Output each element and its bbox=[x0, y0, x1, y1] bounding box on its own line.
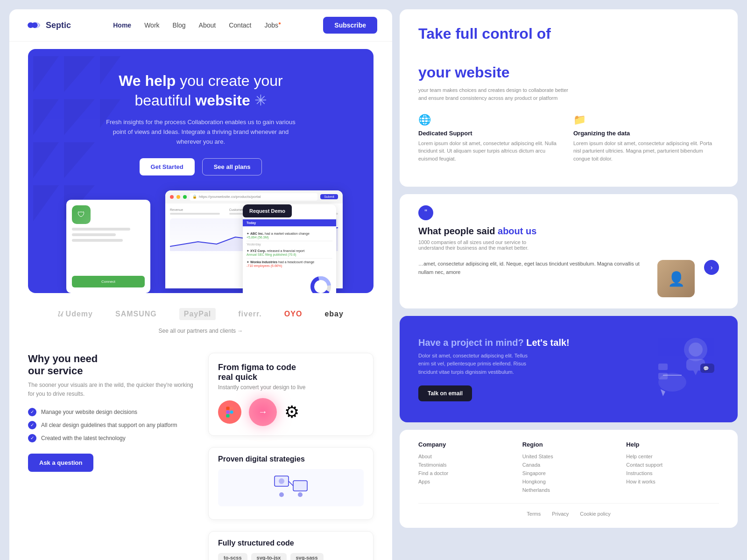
svg-rect-14 bbox=[226, 406, 229, 410]
cta-section: Have a project in mind? Let's talk! Dolo… bbox=[400, 316, 738, 422]
footer-link-doctor[interactable]: Find a doctor bbox=[418, 470, 511, 476]
hero-mockup: 🛡 Connect 🔒 https://yo bbox=[47, 190, 355, 293]
request-demo-button[interactable]: Request Demo bbox=[243, 204, 292, 217]
footer-help-title: Help bbox=[626, 441, 719, 448]
nav-about[interactable]: About bbox=[199, 21, 216, 29]
footer-help: Help Help center Contact support Instruc… bbox=[626, 441, 719, 496]
svg-marker-35 bbox=[661, 389, 665, 396]
features-grid: 🌐 Dedicated Support Lorem ipsum dolor si… bbox=[418, 114, 719, 163]
footer-link-contact-support[interactable]: Contact support bbox=[626, 462, 719, 468]
hero-content: We help you create your beautiful websit… bbox=[47, 71, 355, 175]
footer-link-about[interactable]: About bbox=[418, 454, 511, 459]
support-icon: 🌐 bbox=[418, 114, 564, 126]
partner-paypal: PayPal bbox=[179, 308, 216, 320]
testimonials-title: What people said about us bbox=[418, 226, 719, 237]
figma-title: From figma to codereal quick bbox=[218, 363, 364, 382]
get-started-button[interactable]: Get Started bbox=[140, 158, 195, 175]
nav-blog[interactable]: Blog bbox=[173, 21, 186, 29]
service-left: Why you need our service The sooner your… bbox=[28, 353, 193, 560]
hero-title: We help you create your beautiful websit… bbox=[47, 71, 355, 110]
svg-rect-31 bbox=[658, 364, 668, 370]
footer-region: Region United States Canada Singapore Ho… bbox=[522, 441, 615, 496]
talk-email-button[interactable]: Talk on email bbox=[418, 385, 472, 401]
footer-link-instructions[interactable]: Instructions bbox=[626, 470, 719, 476]
arrow-icon: → bbox=[249, 398, 277, 426]
footer-grid: Company About Testimonials Find a doctor… bbox=[418, 441, 719, 496]
footer-privacy[interactable]: Privacy bbox=[552, 511, 569, 517]
feature-support-title: Dedicated Support bbox=[418, 130, 564, 137]
footer-link-canada[interactable]: Canada bbox=[522, 462, 615, 468]
footer-link-testimonials[interactable]: Testimonials bbox=[418, 462, 511, 468]
footer-link-netherlands[interactable]: Netherlands bbox=[522, 487, 615, 493]
nav-contact[interactable]: Contact bbox=[229, 21, 251, 29]
see-all-plans-button[interactable]: See all plans bbox=[202, 158, 262, 175]
card-icon: 🛡 bbox=[72, 205, 91, 224]
partner-fiverr: fiverr. bbox=[238, 310, 262, 318]
cta-illustration: 💬 bbox=[635, 331, 719, 407]
github-icon: ⚙ bbox=[284, 402, 299, 422]
footer-cookie[interactable]: Cookie policy bbox=[580, 511, 610, 517]
footer-terms[interactable]: Terms bbox=[527, 511, 541, 517]
testimonials-section: " What people said about us 1000 compani… bbox=[400, 194, 738, 308]
figma-icons: → ⚙ bbox=[218, 398, 364, 426]
control-section: Take full control of your website your t… bbox=[400, 9, 738, 187]
testimonial-next-button[interactable]: › bbox=[704, 260, 719, 275]
see-partners-link[interactable]: See all our partners and clients → bbox=[28, 328, 374, 334]
figma-icon bbox=[218, 400, 241, 424]
code-tag-2: svg-to-jsx bbox=[251, 553, 287, 560]
code-card: Fully structured code to-scss svg-to-jsx… bbox=[208, 531, 374, 560]
partner-ebay: ebay bbox=[324, 310, 343, 318]
popup-item: ✦ Wonka Industries had a headcount chang… bbox=[247, 259, 332, 269]
check-icon: ✓ bbox=[28, 408, 36, 416]
service-desc: The sooner your visuals are in the wild,… bbox=[28, 381, 193, 399]
partner-logos: 𝓤 Udemy SAMSUNG PayPal fiverr. OYO ebay bbox=[28, 308, 374, 320]
nav-home[interactable]: Home bbox=[113, 21, 131, 29]
check-icon: ✓ bbox=[28, 434, 36, 442]
footer-region-title: Region bbox=[522, 441, 615, 448]
nav-jobs[interactable]: Jobs● bbox=[264, 21, 281, 29]
testimonial-content: …amet, consectetur adipiscing elit, id. … bbox=[418, 260, 719, 297]
svg-rect-21 bbox=[293, 481, 307, 491]
footer-link-helpcenter[interactable]: Help center bbox=[626, 454, 719, 459]
partner-udemy: 𝓤 Udemy bbox=[58, 310, 93, 318]
svg-rect-15 bbox=[230, 406, 233, 410]
data-icon: 📁 bbox=[573, 114, 719, 126]
partner-samsung: SAMSUNG bbox=[115, 310, 157, 318]
services-section: Why you need our service The sooner your… bbox=[9, 342, 392, 560]
mockup-card: 🛡 Connect bbox=[66, 200, 150, 293]
nav-work[interactable]: Work bbox=[144, 21, 159, 29]
footer-bottom: Terms Privacy Cookie policy bbox=[418, 503, 719, 517]
footer-link-us[interactable]: United States bbox=[522, 454, 615, 459]
card-button[interactable]: Connect bbox=[72, 276, 145, 287]
hero-subtitle: Fresh insights for the process Collabora… bbox=[103, 118, 299, 147]
svg-point-24 bbox=[298, 492, 303, 497]
check-icon: ✓ bbox=[28, 421, 36, 429]
footer-link-hongkong[interactable]: Hongkong bbox=[522, 479, 615, 484]
footer-link-apps[interactable]: Apps bbox=[418, 479, 511, 484]
ask-question-button[interactable]: Ask a question bbox=[28, 454, 93, 472]
service-right: From figma to codereal quick Instantly c… bbox=[208, 353, 374, 560]
logo-icon bbox=[24, 20, 41, 31]
svg-rect-17 bbox=[226, 414, 229, 417]
code-tags: to-scss svg-to-jsx svg-sass to-tailwind bbox=[218, 553, 364, 560]
svg-line-22 bbox=[289, 481, 293, 486]
popup-item: ✦ XYZ Corp. released a financial report … bbox=[247, 247, 332, 259]
mockup-popup: Request Demo Today ✦ ABC Inc. had a mark… bbox=[243, 204, 336, 293]
control-title: Take full control of your website bbox=[418, 24, 719, 83]
popup-item: ✦ ABC Inc. had a market valuation change… bbox=[247, 230, 332, 241]
svg-point-18 bbox=[230, 410, 233, 413]
avatar-image: 👤 bbox=[657, 260, 695, 297]
svg-point-20 bbox=[279, 478, 284, 484]
footer-link-howitworks[interactable]: How it works bbox=[626, 479, 719, 484]
feature-data-desc: Lorem ipsum dolor sit amet, consectetur … bbox=[573, 140, 719, 163]
footer-link-singapore[interactable]: Singapore bbox=[522, 470, 615, 476]
right-panel: Take full control of your website your t… bbox=[400, 9, 738, 560]
svg-point-23 bbox=[279, 492, 284, 497]
service-list-item: ✓ Manage your website design decisions bbox=[28, 408, 193, 416]
svg-point-26 bbox=[689, 343, 703, 357]
service-list: ✓ Manage your website design decisions ✓… bbox=[28, 408, 193, 442]
footer-company-title: Company bbox=[418, 441, 511, 448]
subscribe-button[interactable]: Subscribe bbox=[323, 17, 377, 34]
testimonial-avatar: 👤 bbox=[657, 260, 695, 297]
popup-body: ✦ ABC Inc. had a market valuation change… bbox=[243, 226, 336, 273]
